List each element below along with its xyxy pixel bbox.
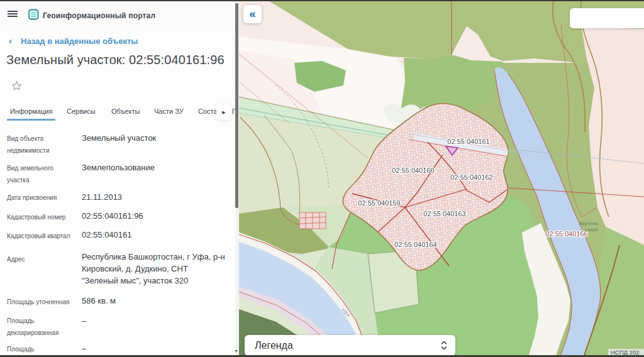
svg-text:02:55:040163: 02:55:040163 <box>423 210 465 217</box>
svg-text:озеро: озеро <box>584 227 598 233</box>
svg-text:02:55:040162: 02:55:040162 <box>450 173 492 181</box>
svg-text:Вкучино: Вкучино <box>579 221 599 226</box>
svg-text:02:55:040159: 02:55:040159 <box>358 199 400 207</box>
svg-text:02:55:040164: 02:55:040164 <box>394 241 436 248</box>
svg-text:02:55:040161: 02:55:040161 <box>447 138 489 145</box>
svg-text:02:55:040160: 02:55:040160 <box>392 167 434 174</box>
svg-text:02:55:040166: 02:55:040166 <box>545 230 587 238</box>
